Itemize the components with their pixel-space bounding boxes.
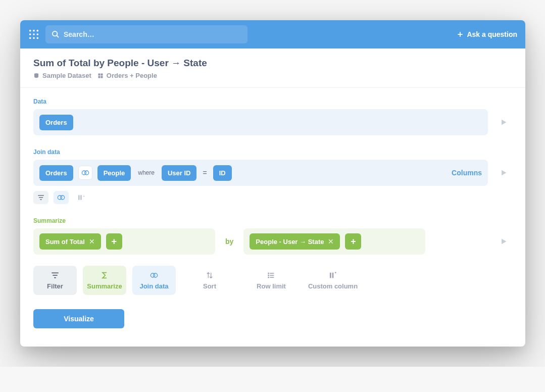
sigma-icon [101, 271, 109, 279]
svg-rect-28 [80, 195, 81, 200]
summarize-section-label: Summarize [33, 217, 512, 224]
columns-add-icon: + [78, 194, 85, 201]
metabase-logo-icon [28, 29, 39, 40]
close-icon[interactable]: ✕ [328, 237, 334, 246]
join-left-column[interactable]: User ID [162, 165, 197, 181]
data-panel: Orders [33, 109, 488, 135]
plus-icon [457, 31, 464, 38]
ask-question-button[interactable]: Ask a question [457, 30, 517, 38]
svg-marker-21 [502, 170, 506, 176]
svg-point-2 [37, 30, 39, 32]
sort-card[interactable]: Sort [182, 266, 237, 295]
play-icon [500, 237, 508, 246]
svg-marker-30 [502, 239, 506, 244]
run-data-button[interactable] [495, 109, 512, 135]
svg-point-7 [33, 37, 35, 39]
svg-point-6 [29, 37, 31, 39]
sort-icon [206, 271, 214, 279]
where-label: where [138, 169, 155, 176]
svg-rect-15 [101, 73, 103, 75]
svg-point-0 [29, 30, 31, 32]
search-wrapper [45, 25, 247, 43]
breakout-tag[interactable]: People - User → State ✕ [250, 233, 340, 250]
svg-rect-45 [332, 272, 334, 278]
svg-marker-18 [502, 120, 506, 125]
query-builder: Data Orders Join data Orders People wher… [20, 88, 525, 347]
summarize-aggregate-panel: Sum of Total ✕ + [33, 228, 215, 255]
svg-text:+: + [83, 194, 85, 198]
join-card[interactable]: Join data [132, 266, 176, 295]
join-section-label: Join data [33, 149, 512, 156]
custom-column-card[interactable]: Custom column [305, 266, 361, 295]
join-type-button[interactable] [78, 166, 92, 180]
plus-icon: + [351, 237, 356, 246]
svg-point-42 [268, 275, 269, 275]
svg-rect-27 [78, 195, 79, 200]
app-header: Ask a question [20, 20, 525, 48]
play-icon [500, 169, 508, 177]
equals-label: = [202, 169, 208, 177]
svg-point-43 [268, 277, 269, 277]
svg-rect-14 [98, 73, 100, 75]
filter-icon [51, 271, 59, 279]
join-left-table[interactable]: Orders [39, 165, 73, 181]
svg-line-10 [57, 35, 59, 37]
venn-icon [150, 271, 158, 279]
crumb-tables[interactable]: Orders + People [97, 72, 157, 79]
columns-add-icon [329, 271, 337, 279]
run-join-button[interactable] [495, 160, 512, 186]
venn-icon [81, 170, 89, 175]
join-panel: Orders People where User ID = ID Columns [33, 160, 488, 186]
search-input[interactable] [45, 25, 247, 43]
action-row: Filter Summarize Join data Sort Row limi… [33, 266, 512, 295]
svg-point-4 [33, 33, 35, 35]
crumb-dataset[interactable]: Sample Dataset [33, 72, 91, 79]
svg-point-3 [29, 33, 31, 35]
svg-rect-44 [330, 272, 331, 278]
visualize-button[interactable]: Visualize [33, 309, 124, 328]
add-breakout-button[interactable]: + [345, 233, 361, 250]
svg-point-35 [154, 273, 158, 277]
join-mini-toolbar: + [33, 191, 512, 204]
plus-icon: + [112, 237, 117, 246]
columns-link[interactable]: Columns [452, 169, 482, 177]
add-aggregate-button[interactable]: + [106, 233, 122, 250]
row-limit-card[interactable]: Row limit [243, 266, 299, 295]
summarize-card[interactable]: Summarize [83, 266, 126, 295]
svg-point-26 [61, 195, 65, 200]
svg-point-41 [268, 273, 269, 273]
app-window: Ask a question Sum of Total by People - … [20, 20, 525, 347]
data-table-tag[interactable]: Orders [39, 115, 73, 130]
mini-filter-button[interactable] [33, 191, 48, 204]
mini-custom-column-button[interactable]: + [74, 191, 89, 204]
ask-question-label: Ask a question [467, 30, 517, 38]
aggregate-tag[interactable]: Sum of Total ✕ [39, 233, 101, 250]
join-right-column[interactable]: ID [213, 165, 232, 181]
svg-point-20 [84, 171, 88, 175]
play-icon [500, 118, 508, 126]
summarize-breakout-panel: People - User → State ✕ + [243, 228, 425, 255]
svg-point-1 [33, 30, 35, 32]
svg-rect-16 [98, 76, 100, 78]
breadcrumb: Sample Dataset Orders + People [33, 72, 512, 79]
search-icon [52, 30, 60, 38]
by-label: by [222, 237, 236, 246]
svg-point-8 [37, 37, 39, 39]
page-title: Sum of Total by People - User → State [33, 58, 512, 69]
svg-point-9 [53, 31, 57, 36]
database-icon [33, 73, 39, 79]
svg-point-5 [37, 33, 39, 35]
mini-join-button[interactable] [54, 191, 69, 204]
venn-icon [57, 195, 65, 200]
list-icon [267, 271, 275, 279]
svg-rect-17 [101, 76, 103, 78]
title-section: Sum of Total by People - User → State Sa… [20, 48, 525, 88]
close-icon[interactable]: ✕ [89, 237, 95, 246]
filter-card[interactable]: Filter [33, 266, 77, 295]
filter-icon [37, 194, 44, 201]
grid-icon [97, 73, 104, 79]
data-section-label: Data [33, 98, 512, 105]
join-right-table[interactable]: People [97, 165, 131, 181]
run-summarize-button[interactable] [495, 228, 512, 255]
